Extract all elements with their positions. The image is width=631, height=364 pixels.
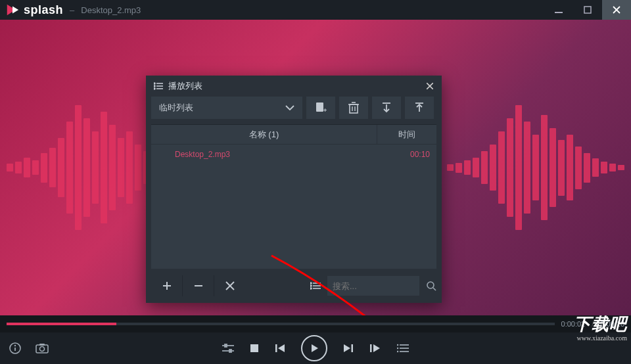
- minimize-button[interactable]: [544, 0, 573, 20]
- svg-point-10: [154, 85, 155, 87]
- playlist-item-time: 00:10: [377, 150, 430, 159]
- app-name: splash: [24, 3, 63, 17]
- svg-line-37: [433, 288, 436, 290]
- plus-icon: [162, 281, 172, 291]
- playlist-close-button[interactable]: [422, 78, 438, 94]
- playlist-toolbar: 临时列表 +: [146, 97, 442, 124]
- sliders-icon: [222, 344, 234, 353]
- center-controls: [222, 335, 409, 361]
- svg-rect-55: [370, 344, 372, 352]
- svg-rect-54: [352, 344, 354, 352]
- svg-point-62: [397, 351, 398, 353]
- playlist-item[interactable]: Desktop_2.mp3 00:10: [151, 145, 436, 164]
- next-button[interactable]: [343, 344, 354, 353]
- svg-rect-50: [275, 344, 277, 352]
- clear-button[interactable]: [214, 275, 246, 296]
- svg-rect-16: [350, 104, 358, 113]
- svg-rect-2: [555, 12, 563, 13]
- camera-icon: [35, 343, 49, 353]
- move-down-button[interactable]: [372, 97, 401, 119]
- frame-step-button[interactable]: [369, 344, 381, 353]
- watermark: 下载吧 www.xiazaiba.com: [574, 315, 627, 342]
- progress-bar-area: 0:00:02 / 0:00:10: [0, 315, 631, 332]
- previous-button[interactable]: [275, 344, 285, 353]
- waveform-visual-right: [447, 105, 624, 230]
- arrow-down-bar-icon: [381, 102, 392, 114]
- svg-marker-1: [12, 7, 18, 14]
- playlist-table-header: 名称 (1) 时间: [151, 124, 436, 144]
- maximize-button[interactable]: [573, 0, 602, 20]
- app-logo: splash: [5, 3, 63, 17]
- playlist-popup: 播放列表 临时列表 + 名称 (1): [146, 76, 442, 303]
- seek-progress: [7, 323, 116, 325]
- playlist-header: 播放列表: [146, 76, 442, 97]
- svg-point-35: [310, 288, 312, 289]
- svg-rect-49: [250, 344, 258, 352]
- svg-text:+: +: [323, 107, 327, 114]
- svg-marker-56: [373, 344, 380, 352]
- svg-rect-47: [225, 344, 227, 347]
- frame-step-icon: [369, 344, 381, 353]
- svg-marker-53: [344, 344, 350, 352]
- search-input[interactable]: [327, 276, 419, 296]
- column-time[interactable]: 时间: [377, 125, 436, 144]
- svg-point-11: [154, 88, 155, 89]
- trash-icon: [348, 102, 359, 114]
- play-button[interactable]: [301, 335, 327, 361]
- info-icon: [9, 342, 21, 354]
- playlist-dropdown-label: 临时列表: [159, 102, 193, 114]
- stop-icon: [250, 344, 259, 353]
- svg-point-33: [310, 283, 312, 284]
- playlist-body[interactable]: Desktop_2.mp3 00:10: [151, 144, 436, 269]
- settings-button[interactable]: [222, 344, 234, 353]
- chevron-down-icon: [285, 105, 294, 110]
- play-icon: [309, 343, 319, 353]
- seek-track[interactable]: [7, 323, 555, 325]
- svg-marker-51: [278, 344, 285, 352]
- control-bar: 下载吧 www.xiazaiba.com: [0, 332, 631, 364]
- close-button[interactable]: [602, 0, 631, 20]
- move-up-button[interactable]: [405, 97, 434, 119]
- x-icon: [225, 281, 235, 290]
- svg-point-34: [310, 285, 312, 286]
- skip-next-icon: [343, 344, 354, 353]
- svg-point-36: [427, 282, 434, 288]
- playlist-title: 播放列表: [168, 80, 202, 92]
- playlist-item-name: Desktop_2.mp3: [158, 150, 377, 159]
- video-stage[interactable]: /*placeholder*/ 播放列表 临时列表 +: [0, 20, 631, 315]
- splash-logo-icon: [5, 3, 20, 17]
- add-button[interactable]: [151, 275, 183, 296]
- file-add-icon: +: [315, 102, 327, 114]
- playlist-footer: [146, 269, 442, 303]
- svg-point-9: [154, 83, 155, 84]
- svg-point-40: [14, 345, 16, 346]
- svg-point-44: [40, 347, 45, 352]
- minus-icon: [193, 281, 204, 291]
- search-icon[interactable]: [426, 281, 436, 291]
- info-button[interactable]: [9, 342, 21, 354]
- title-separator: –: [70, 5, 74, 15]
- playlist-toggle-button[interactable]: [397, 344, 409, 353]
- svg-rect-48: [229, 350, 231, 352]
- playlist-dropdown[interactable]: 临时列表: [151, 97, 302, 119]
- list-icon: [154, 82, 163, 90]
- svg-rect-14: [316, 102, 323, 112]
- stop-button[interactable]: [250, 344, 259, 353]
- current-file-name: Desktop_2.mp3: [81, 5, 141, 15]
- list-icon[interactable]: [310, 282, 321, 290]
- snapshot-button[interactable]: [35, 343, 49, 353]
- svg-rect-43: [39, 344, 45, 346]
- playlist-search: [310, 276, 436, 296]
- svg-point-60: [397, 344, 398, 346]
- add-file-button[interactable]: +: [306, 97, 335, 119]
- watermark-url: www.xiazaiba.com: [574, 334, 627, 342]
- svg-rect-3: [584, 7, 591, 13]
- svg-point-61: [397, 348, 398, 350]
- title-bar: splash – Desktop_2.mp3: [0, 0, 631, 20]
- watermark-text: 下载吧: [574, 315, 627, 334]
- column-name[interactable]: 名称 (1): [151, 125, 377, 144]
- remove-button[interactable]: [183, 275, 214, 296]
- delete-button[interactable]: [339, 97, 368, 119]
- window-buttons: [544, 0, 631, 20]
- playlist-icon: [397, 344, 409, 353]
